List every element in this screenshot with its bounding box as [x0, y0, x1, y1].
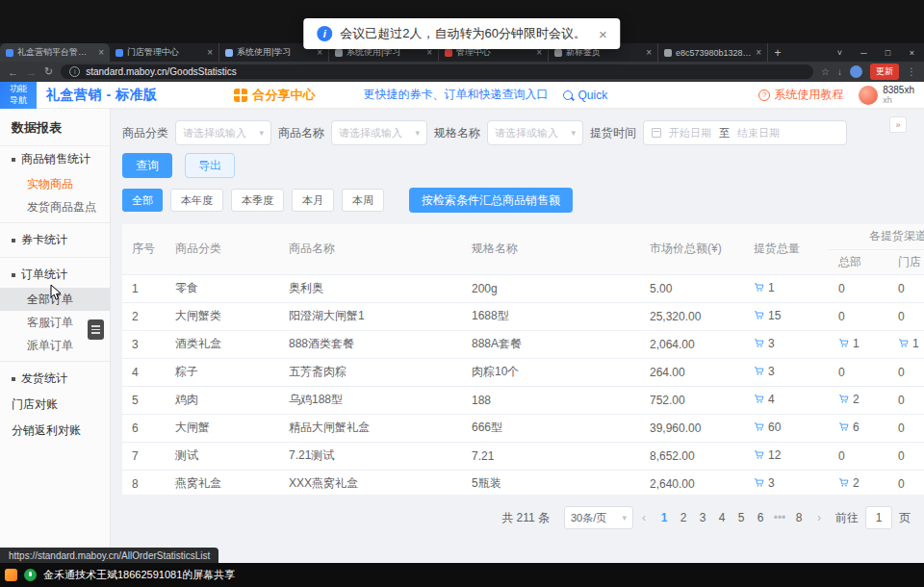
- select-placeholder: 请选择或输入: [339, 126, 402, 140]
- pagination-page[interactable]: 5: [732, 506, 751, 529]
- menu-kebab-icon[interactable]: ⋮: [907, 66, 916, 77]
- cell: 3: [744, 330, 829, 358]
- filter-row: 商品分类请选择或输入▾商品名称请选择或输入▾规格名称请选择或输入▾提货时间开始日…: [122, 120, 924, 145]
- site-info-icon: i: [69, 66, 80, 77]
- cart-icon: [754, 310, 764, 320]
- sidebar-section[interactable]: 发货统计: [0, 366, 110, 392]
- maximize-icon[interactable]: □: [876, 48, 900, 58]
- filter-select[interactable]: 请选择或输入▾: [487, 120, 583, 145]
- filter-label: 规格名称: [434, 125, 480, 141]
- reload-icon[interactable]: ↻: [44, 65, 53, 78]
- cart-icon: [838, 394, 849, 404]
- cell: 奥利奥: [279, 274, 462, 302]
- prev-page-icon[interactable]: ‹: [640, 511, 648, 524]
- sidebar-item[interactable]: 发货商品盘点: [0, 195, 110, 218]
- tab-search-icon[interactable]: ˅: [828, 48, 852, 58]
- bookmark-star-icon[interactable]: ☆: [821, 66, 830, 77]
- pagination-page[interactable]: 2: [674, 506, 693, 529]
- cell: 4: [122, 358, 166, 386]
- pagination-page[interactable]: 3: [693, 506, 712, 529]
- tutorial-link[interactable]: ? 系统使用教程: [758, 87, 843, 103]
- share-center-link[interactable]: 合分享中心: [234, 87, 315, 104]
- cart-icon: [754, 282, 764, 293]
- sidebar-title: 数据报表: [0, 109, 110, 146]
- tab-title: 礼盒营销平台管理中心: [17, 46, 94, 59]
- pagination-page[interactable]: 6: [751, 506, 770, 529]
- close-icon[interactable]: ×: [599, 26, 607, 42]
- window-close-icon[interactable]: ×: [900, 48, 924, 58]
- cell: 五芳斋肉粽: [279, 358, 462, 386]
- quick-filter-chip[interactable]: 本季度: [231, 189, 284, 212]
- sidebar-section[interactable]: 订单统计: [0, 262, 110, 288]
- browser-tab[interactable]: 礼盒营销平台管理中心×: [0, 43, 110, 62]
- url-field[interactable]: i standard.maboy.cn/GoodsStatistics: [61, 64, 813, 79]
- cell: 8: [122, 470, 166, 495]
- table-row: 4粽子五芳斋肉粽肉粽10个264.00300: [122, 358, 924, 386]
- calendar-icon: [652, 128, 661, 138]
- search-button[interactable]: 查询: [122, 153, 172, 178]
- forward-icon[interactable]: →: [26, 66, 37, 78]
- collapse-panel-icon[interactable]: »: [889, 116, 907, 133]
- cell: 4: [744, 386, 829, 414]
- filter-select[interactable]: 请选择或输入▾: [331, 120, 427, 145]
- next-page-icon[interactable]: ›: [815, 511, 823, 524]
- sidebar-section[interactable]: 商品销售统计: [0, 146, 110, 172]
- pagination-page[interactable]: 4: [712, 506, 732, 529]
- cell: 39,960.00: [640, 414, 744, 442]
- pagination-page[interactable]: 8: [789, 506, 808, 529]
- tab-close-icon[interactable]: ×: [98, 47, 104, 58]
- tab-close-icon[interactable]: ×: [207, 47, 213, 58]
- download-icon[interactable]: ↓: [837, 66, 842, 77]
- sidebar-section[interactable]: 券卡统计: [0, 227, 110, 253]
- pagination-page[interactable]: 1: [654, 506, 674, 529]
- browser-tab[interactable]: 门店管理中心×: [110, 43, 219, 62]
- cell: 2: [122, 302, 166, 330]
- goto-page-input[interactable]: 1: [865, 506, 892, 529]
- quick-search-link[interactable]: Quick: [563, 89, 607, 102]
- table-head: 序号商品分类商品名称规格名称市场价总额(¥)提货总量各提货渠道总部门店: [122, 224, 924, 274]
- date-range-picker[interactable]: 开始日期至结束日期: [643, 120, 847, 145]
- browser-profile-avatar[interactable]: [850, 65, 862, 78]
- user-menu[interactable]: 8385xh xh: [859, 85, 914, 106]
- sidebar-item[interactable]: 全部订单: [0, 288, 110, 311]
- count-value: 4: [768, 393, 775, 406]
- sidebar: 数据报表 商品销售统计实物商品发货商品盘点券卡统计订单统计全部订单客服订单派单订…: [0, 109, 111, 563]
- back-icon[interactable]: ←: [8, 66, 18, 78]
- pickup-count: 60: [754, 421, 781, 434]
- new-tab-button[interactable]: +: [768, 43, 787, 62]
- count-value: 1: [912, 337, 919, 350]
- count-value: 12: [768, 448, 781, 462]
- export-button[interactable]: 导出: [185, 153, 235, 178]
- browser-update-button[interactable]: 更新: [870, 64, 899, 80]
- cell: 肉粽10个: [462, 358, 640, 386]
- sidebar-item[interactable]: 门店对账: [0, 392, 110, 418]
- table-row: 5鸡肉乌鸡188型188752.00420: [122, 386, 924, 414]
- quick-filter-chip[interactable]: 本周: [342, 189, 384, 212]
- cell: 0: [888, 302, 924, 330]
- cell: 5: [122, 386, 166, 414]
- cell: 5.00: [640, 274, 744, 302]
- summary-button[interactable]: 按检索条件汇总商品销售额: [409, 188, 573, 213]
- browser-tab[interactable]: e8c573980b1328a258fd2e6i×: [658, 43, 768, 62]
- tab-close-icon[interactable]: ×: [646, 47, 652, 58]
- quick-filter-chips: 全部本年度本季度本月本周: [122, 189, 384, 212]
- select-placeholder: 请选择或输入: [183, 126, 246, 140]
- filter-select[interactable]: 请选择或输入▾: [175, 120, 271, 145]
- app-body: 数据报表 商品销售统计实物商品发货商品盘点券卡统计订单统计全部订单客服订单派单订…: [0, 109, 924, 563]
- minimize-icon[interactable]: ─: [852, 48, 876, 58]
- quick-filter-chip[interactable]: 全部: [122, 189, 163, 212]
- pickup-count: 15: [754, 309, 781, 322]
- page-size-select[interactable]: 30条/页 ▾: [564, 506, 633, 529]
- quick-filter-chip[interactable]: 本月: [292, 189, 334, 212]
- filter-label: 商品分类: [122, 125, 168, 141]
- sidebar-drag-handle[interactable]: [88, 319, 104, 340]
- info-icon: i: [317, 26, 332, 41]
- sidebar-item[interactable]: 分销返利对账: [0, 418, 110, 444]
- sidebar-item[interactable]: 实物商品: [0, 172, 110, 195]
- tab-close-icon[interactable]: ×: [756, 47, 761, 58]
- cell: 1: [888, 330, 924, 358]
- cell: 1688型: [462, 302, 640, 330]
- quick-filter-chip[interactable]: 本年度: [170, 189, 223, 212]
- tab-title: e8c573980b1328a258fd2e6i: [676, 48, 752, 58]
- tab-favicon-icon: [554, 49, 562, 57]
